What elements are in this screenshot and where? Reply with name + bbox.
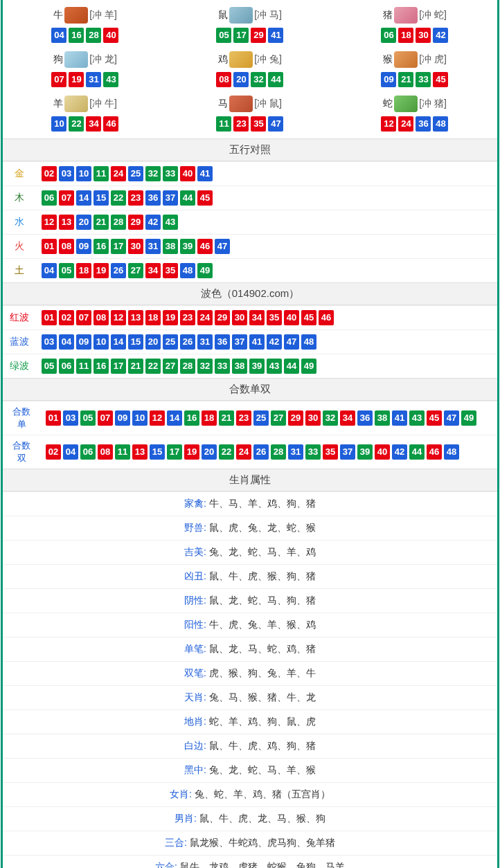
number-ball: 27 <box>163 359 178 374</box>
zodiac-cell: 马[冲 鼠]11233547 <box>168 91 332 136</box>
number-ball: 12 <box>42 215 57 230</box>
number-ball: 44 <box>268 72 283 87</box>
number-ball: 08 <box>98 444 113 460</box>
zodiac-cell: 鸡[冲 兔]08203244 <box>168 47 332 91</box>
zodiac-cell: 猪[冲 蛇]06183042 <box>332 3 497 47</box>
number-ball: 16 <box>93 239 109 254</box>
number-ball: 28 <box>111 215 126 230</box>
zodiac-conflict: [冲 马] <box>254 9 282 21</box>
number-ball: 24 <box>398 116 413 132</box>
number-ball: 36 <box>416 116 431 132</box>
number-ball: 28 <box>271 444 286 460</box>
zodiac-cell: 鼠[冲 马]05172941 <box>168 3 332 47</box>
number-ball: 39 <box>357 444 373 460</box>
number-ball: 03 <box>63 410 78 426</box>
row-balls: 1213202128294243 <box>36 210 497 235</box>
number-ball: 10 <box>76 166 91 181</box>
zodiac-name: 猪 <box>383 9 393 21</box>
zodiac-cell: 羊[冲 牛]10223446 <box>3 91 168 136</box>
number-ball: 05 <box>59 263 74 278</box>
number-ball: 36 <box>215 334 230 350</box>
zodiac-cell: 狗[冲 龙]07193143 <box>3 47 168 91</box>
number-ball: 02 <box>42 166 57 181</box>
number-ball: 31 <box>197 334 213 350</box>
attr-label: 黑中: <box>184 764 209 775</box>
zodiac-cell: 牛[冲 羊]04162840 <box>3 3 168 47</box>
number-ball: 36 <box>357 410 373 426</box>
attr-value: 牛、马、羊、鸡、狗、猪 <box>209 498 316 509</box>
number-ball: 11 <box>216 116 231 132</box>
row-label: 金 <box>3 162 36 186</box>
row-balls: 05061116172122272832333839434449 <box>36 354 497 379</box>
number-ball: 19 <box>184 444 199 460</box>
number-ball: 09 <box>115 410 130 426</box>
attr-label: 阴性: <box>184 595 209 606</box>
ball-row: 11233547 <box>168 116 332 132</box>
attr-row: 双笔: 虎、猴、狗、兔、羊、牛 <box>3 661 497 685</box>
table-row: 合数单0103050709101214161821232527293032343… <box>3 401 497 435</box>
zodiac-conflict: [冲 龙] <box>89 53 117 66</box>
zodiac-icon <box>394 7 418 24</box>
number-ball: 28 <box>86 28 101 43</box>
row-balls: 0108091617303138394647 <box>36 235 497 259</box>
zodiac-name: 鸡 <box>218 53 228 66</box>
number-ball: 09 <box>76 334 91 350</box>
number-ball: 35 <box>267 310 282 325</box>
number-ball: 34 <box>249 310 265 325</box>
number-ball: 46 <box>103 116 118 132</box>
number-ball: 29 <box>251 28 266 43</box>
number-ball: 49 <box>301 359 316 374</box>
zodiac-icon <box>229 96 253 112</box>
zodiac-name: 猴 <box>383 53 393 66</box>
zodiac-icon <box>64 7 88 24</box>
number-ball: 42 <box>392 444 407 460</box>
number-ball: 41 <box>392 410 407 426</box>
number-ball: 44 <box>180 190 195 206</box>
ball-row: 09213345 <box>332 72 497 87</box>
number-ball: 11 <box>115 444 130 460</box>
number-ball: 48 <box>444 444 459 460</box>
number-ball: 45 <box>197 190 213 206</box>
number-ball: 43 <box>409 410 425 426</box>
number-ball: 33 <box>305 444 321 460</box>
row-balls: 0102070812131819232429303435404546 <box>36 306 497 330</box>
number-ball: 26 <box>253 444 269 460</box>
number-ball: 39 <box>249 359 265 374</box>
number-ball: 31 <box>86 72 101 87</box>
attr-value: 鼠、龙、马、蛇、鸡、猪 <box>209 643 316 654</box>
number-ball: 03 <box>59 166 74 181</box>
zodiac-grid: 牛[冲 羊]04162840鼠[冲 马]05172941猪[冲 蛇]061830… <box>3 0 497 138</box>
number-ball: 44 <box>409 444 425 460</box>
attr-value: 牛、虎、兔、羊、猴、鸡 <box>209 619 316 630</box>
number-ball: 32 <box>323 410 338 426</box>
number-ball: 32 <box>197 359 213 374</box>
number-ball: 20 <box>233 72 249 87</box>
table-row: 红波0102070812131819232429303435404546 <box>3 306 497 330</box>
number-ball: 32 <box>251 72 266 87</box>
number-ball: 23 <box>236 410 251 426</box>
attr-label: 单笔: <box>184 643 209 654</box>
number-ball: 09 <box>76 239 91 254</box>
number-ball: 15 <box>150 444 165 460</box>
attr-row: 阴性: 鼠、龙、蛇、马、狗、猪 <box>3 588 497 613</box>
section-header-bose: 波色（014902.com） <box>3 282 497 305</box>
row-label: 合数单 <box>3 401 40 435</box>
zodiac-conflict: [冲 鼠] <box>254 98 282 110</box>
zodiac-icon <box>229 7 253 24</box>
number-ball: 15 <box>93 190 109 206</box>
number-ball: 35 <box>163 263 178 278</box>
heshu-table: 合数单0103050709101214161821232527293032343… <box>3 401 497 469</box>
zodiac-icon <box>394 96 418 112</box>
number-ball: 44 <box>284 359 299 374</box>
row-balls: 03040910141520252631363741424748 <box>36 330 497 354</box>
number-ball: 37 <box>232 334 247 350</box>
number-ball: 18 <box>398 28 413 43</box>
attr-label: 地肖: <box>184 716 209 727</box>
number-ball: 25 <box>128 166 143 181</box>
number-ball: 06 <box>59 359 74 374</box>
attr-row: 三合: 鼠龙猴、牛蛇鸡、虎马狗、兔羊猪 <box>3 831 497 855</box>
section-header-wuxing: 五行对照 <box>3 138 497 161</box>
number-ball: 08 <box>216 72 231 87</box>
number-ball: 17 <box>111 239 126 254</box>
number-ball: 19 <box>93 263 109 278</box>
